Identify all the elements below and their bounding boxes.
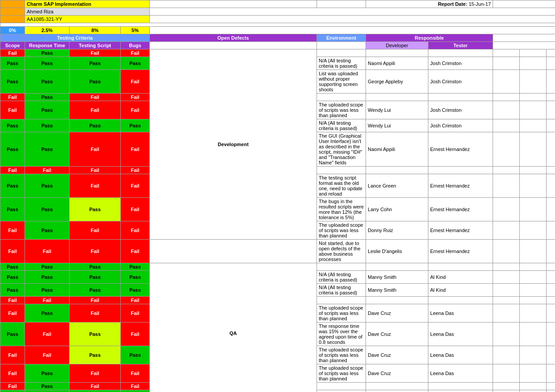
defect-cell: The uploaded scope of scripts was less t… bbox=[317, 304, 366, 323]
percentage-row: 0% 2.5% 8% 5% bbox=[0, 27, 555, 34]
pct-8-cell: 8% bbox=[70, 27, 121, 34]
script-cell: Fail bbox=[70, 364, 121, 383]
tester-cell: Ernest Hernandez bbox=[428, 240, 493, 263]
tester-cell: Josh Crimston bbox=[428, 70, 493, 94]
defect-cell bbox=[317, 263, 366, 271]
scope-cell: Fail bbox=[0, 167, 25, 174]
extra-cell bbox=[493, 240, 520, 263]
extra-cell bbox=[547, 221, 555, 240]
defect-cell: Not started, due to open defects of the … bbox=[317, 240, 366, 263]
extra-cell bbox=[547, 304, 555, 323]
developer-cell: Larry Cohn bbox=[366, 198, 428, 221]
script-cell: Pass bbox=[70, 119, 121, 132]
tester-cell: Ernest Hernandez bbox=[428, 132, 493, 167]
response-cell: Pass bbox=[25, 383, 70, 390]
empty-row2 bbox=[150, 8, 555, 16]
response-cell: Pass bbox=[25, 49, 70, 57]
extra-cell bbox=[547, 57, 555, 70]
extra-cell bbox=[520, 263, 547, 271]
tester-cell: Ernest Hernandez bbox=[428, 221, 493, 240]
extra-cell bbox=[493, 221, 520, 240]
bugs-cell: Pass bbox=[121, 263, 150, 271]
script-cell: Fail bbox=[70, 297, 121, 304]
bugs-cell: Fail bbox=[121, 167, 150, 174]
defect-cell bbox=[317, 94, 366, 101]
defect-cell: The uploaded scope of scripts was less t… bbox=[317, 346, 366, 364]
response-cell: Pass bbox=[25, 94, 70, 101]
main-container: Charm SAP Implementation Report Date: 15… bbox=[0, 0, 555, 392]
bugs-cell: Fail bbox=[121, 240, 150, 263]
extra-cell bbox=[493, 297, 520, 304]
scope-cell: Pass bbox=[0, 57, 25, 70]
tester-cell: Josh Crimston bbox=[428, 101, 493, 119]
defect-cell: The response time was 15% over the agree… bbox=[317, 323, 366, 346]
bugs-cell: Pass bbox=[121, 271, 150, 284]
extra-cell bbox=[520, 390, 547, 392]
script-cell: Fail bbox=[70, 132, 121, 167]
extra-cell bbox=[520, 304, 547, 323]
script-cell: Fail bbox=[70, 174, 121, 198]
response-cell: Pass bbox=[25, 174, 70, 198]
extra-cell bbox=[493, 94, 520, 101]
script-cell: Fail bbox=[70, 49, 121, 57]
orange-cell bbox=[0, 8, 25, 16]
scope-cell: Pass bbox=[0, 70, 25, 94]
response-cell: Pass bbox=[25, 263, 70, 271]
developer-cell bbox=[366, 297, 428, 304]
table-body: Charm SAP Implementation Report Date: 15… bbox=[0, 0, 555, 392]
extra-cell bbox=[520, 284, 547, 297]
developer-cell bbox=[366, 94, 428, 101]
scope-cell: Fail bbox=[0, 346, 25, 364]
defect-cell: The uploaded scope of scripts was less t… bbox=[317, 101, 366, 119]
response-cell: Pass bbox=[25, 304, 70, 323]
extra-cell bbox=[520, 94, 547, 101]
extra-cell bbox=[547, 383, 555, 390]
tester-cell bbox=[428, 263, 493, 271]
tester-cell: Al Kind bbox=[428, 284, 493, 297]
empty-cell-2 bbox=[317, 0, 366, 8]
pct-25-cell: 2.5% bbox=[25, 27, 70, 34]
response-cell: Fail bbox=[25, 323, 70, 346]
environment-header: Environment bbox=[317, 34, 366, 42]
extra-cell bbox=[547, 346, 555, 364]
env-empty-cell bbox=[150, 240, 317, 263]
tester-cell: Leena Das bbox=[428, 364, 493, 383]
table-row: FailPassFailFailDevelopment bbox=[0, 49, 555, 57]
tester-cell: Al Kind bbox=[428, 271, 493, 284]
bugs-cell: Fail bbox=[121, 323, 150, 346]
scope-cell: Fail bbox=[0, 221, 25, 240]
script-cell: Pass bbox=[70, 57, 121, 70]
response-cell: Fail bbox=[25, 297, 70, 304]
defect-cell: N/A (All testing criteria is passed) bbox=[317, 284, 366, 297]
extra-cell bbox=[520, 174, 547, 198]
project-logo-cell bbox=[0, 0, 25, 8]
script-cell: Fail bbox=[70, 167, 121, 174]
extra-cell bbox=[547, 297, 555, 304]
extra-cell bbox=[493, 346, 520, 364]
extra-cell bbox=[547, 284, 555, 297]
extra-cell bbox=[520, 132, 547, 167]
script-cell: Fail bbox=[70, 383, 121, 390]
bugs-cell: Fail bbox=[121, 297, 150, 304]
extra-cell bbox=[493, 284, 520, 297]
defect-cell: The uploaded scope of scripts was less t… bbox=[317, 221, 366, 240]
tester-cell: Josh Crimston bbox=[428, 119, 493, 132]
response-cell: Pass bbox=[25, 390, 70, 392]
tester-cell bbox=[428, 297, 493, 304]
script-cell: Fail bbox=[70, 101, 121, 119]
script-cell: Fail bbox=[70, 94, 121, 101]
response-cell: Pass bbox=[25, 271, 70, 284]
code-cell: AA1085-321-YY bbox=[25, 16, 150, 23]
defect-cell: N/A (All testing criteria is passed) bbox=[317, 119, 366, 132]
env-empty-header bbox=[317, 42, 366, 49]
tester-cell: Josh Crimston bbox=[428, 57, 493, 70]
bugs-cell: Fail bbox=[121, 198, 150, 221]
extra-cell bbox=[547, 70, 555, 94]
developer-cell: Lance Green bbox=[366, 174, 428, 198]
extra-cell bbox=[520, 297, 547, 304]
extra-cell bbox=[547, 132, 555, 167]
scope-cell: Pass bbox=[0, 174, 25, 198]
extra-cell bbox=[493, 198, 520, 221]
extra-cell bbox=[547, 174, 555, 198]
script-cell: Pass bbox=[70, 271, 121, 284]
